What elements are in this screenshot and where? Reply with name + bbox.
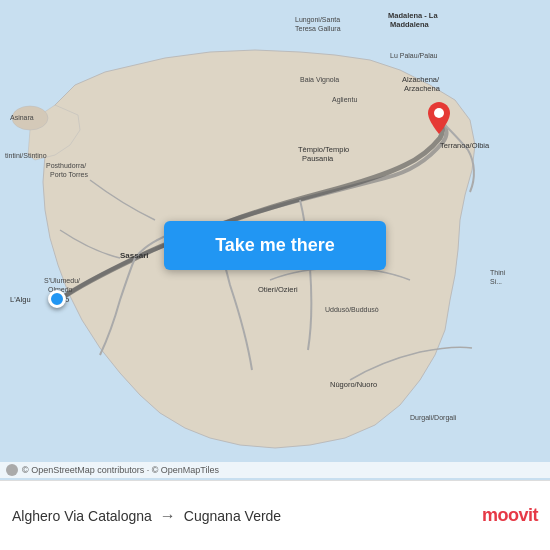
svg-point-32 (434, 108, 444, 118)
route-info: Alghero Via Catalogna → Cugnana Verde (12, 507, 482, 525)
take-me-there-button[interactable]: Take me there (164, 221, 386, 270)
bottom-bar: Alghero Via Catalogna → Cugnana Verde mo… (0, 480, 550, 550)
map-container: Lungoni/Santa Teresa Gallura Madalena - … (0, 0, 550, 480)
destination-pin (428, 102, 450, 138)
route-arrow-icon: → (160, 507, 176, 525)
moovit-logo: moovit (482, 505, 538, 526)
openstreetmap-icon (6, 464, 18, 476)
destination-label: Cugnana Verde (184, 508, 281, 524)
moovit-brand-text: moovit (482, 505, 538, 526)
attribution-text: © OpenStreetMap contributors · © OpenMap… (22, 465, 219, 475)
attribution-bar: © OpenStreetMap contributors · © OpenMap… (0, 462, 550, 478)
button-label: Take me there (215, 235, 335, 256)
origin-label: Alghero Via Catalogna (12, 508, 152, 524)
origin-pin (48, 290, 66, 308)
